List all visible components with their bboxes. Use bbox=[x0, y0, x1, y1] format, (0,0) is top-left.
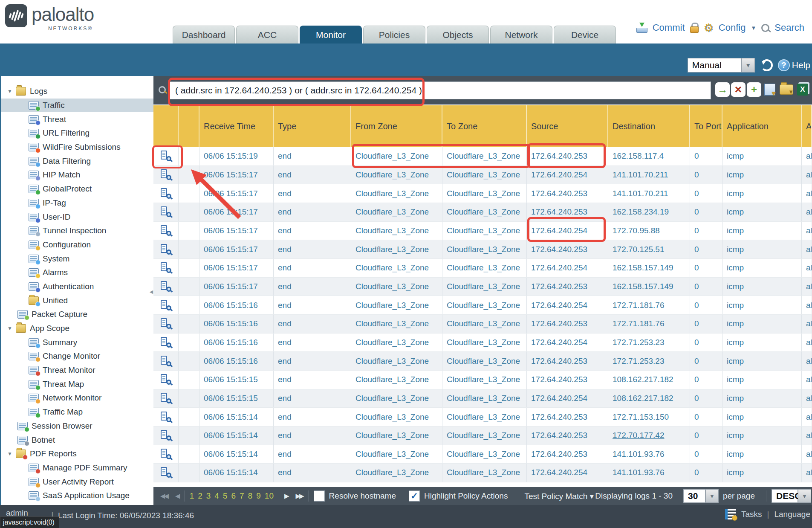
tab-policies[interactable]: Policies bbox=[363, 26, 425, 44]
log-detail-icon[interactable] bbox=[159, 244, 172, 255]
cell-value-to_zone[interactable]: Cloudflare_L3_Zone bbox=[447, 357, 520, 366]
cell-value-from_zone[interactable]: Cloudflare_L3_Zone bbox=[355, 151, 429, 161]
sidebar-item-app-scope[interactable]: ▼App Scope bbox=[1, 322, 153, 336]
tasks-button[interactable]: Tasks bbox=[741, 510, 762, 519]
cell-value-type[interactable]: end bbox=[278, 189, 292, 198]
cell-value-application[interactable]: icmp bbox=[727, 338, 744, 347]
cell-value-to_zone[interactable]: Cloudflare_L3_Zone bbox=[447, 189, 520, 198]
cell-value-receive_time[interactable]: 06/06 15:15:16 bbox=[204, 357, 258, 366]
cell-value-to_zone[interactable]: Cloudflare_L3_Zone bbox=[447, 468, 520, 477]
cell-value-receive_time[interactable]: 06/06 15:15:15 bbox=[204, 375, 258, 384]
cell-value-from_zone[interactable]: Cloudflare_L3_Zone bbox=[355, 375, 429, 384]
column-header-type[interactable]: Type bbox=[274, 105, 351, 147]
cell-value-destination[interactable]: 162.158.234.19 bbox=[613, 207, 669, 217]
cell-value-from_zone[interactable]: Cloudflare_L3_Zone bbox=[355, 301, 429, 310]
cell-value-application[interactable]: icmp bbox=[727, 301, 744, 310]
cell-value-type[interactable]: end bbox=[278, 450, 292, 459]
log-detail-icon[interactable] bbox=[159, 374, 172, 386]
cell-value-to_zone[interactable]: Cloudflare_L3_Zone bbox=[447, 170, 520, 180]
cell-value-to_port[interactable]: 0 bbox=[694, 431, 699, 440]
cell-value-destination[interactable]: 172.71.253.23 bbox=[613, 357, 665, 366]
cell-value-destination[interactable]: 172.70.125.51 bbox=[613, 245, 665, 254]
sidebar-item-user-id[interactable]: User-ID bbox=[1, 210, 153, 224]
log-detail-icon[interactable] bbox=[159, 318, 172, 330]
cell-value-source[interactable]: 172.64.240.253 bbox=[531, 357, 587, 366]
cell-value-from_zone[interactable]: Cloudflare_L3_Zone bbox=[355, 394, 429, 403]
cell-value-application[interactable]: icmp bbox=[727, 357, 744, 366]
cell-value-to_port[interactable]: 0 bbox=[694, 189, 699, 198]
log-detail-icon[interactable] bbox=[159, 355, 172, 367]
cell-value-action[interactable]: al bbox=[806, 245, 812, 254]
cell-value-destination[interactable]: 172.70.95.88 bbox=[613, 226, 660, 235]
save-filter-icon[interactable] bbox=[763, 82, 777, 97]
cell-value-from_zone[interactable]: Cloudflare_L3_Zone bbox=[355, 319, 429, 328]
cell-value-to_zone[interactable]: Cloudflare_L3_Zone bbox=[447, 226, 520, 235]
cell-value-action[interactable]: al bbox=[806, 375, 812, 384]
tab-dashboard[interactable]: Dashboard bbox=[173, 26, 235, 44]
cell-value-source[interactable]: 172.64.240.253 bbox=[531, 375, 587, 384]
page-number-4[interactable]: 4 bbox=[214, 491, 219, 501]
cell-value-action[interactable]: al bbox=[806, 263, 812, 273]
cell-value-from_zone[interactable]: Cloudflare_L3_Zone bbox=[355, 170, 429, 180]
cell-value-action[interactable]: al bbox=[806, 207, 812, 217]
cell-value-to_zone[interactable]: Cloudflare_L3_Zone bbox=[447, 431, 520, 440]
export-csv-icon[interactable]: X bbox=[795, 82, 810, 97]
log-detail-icon[interactable] bbox=[159, 206, 172, 218]
cell-value-destination[interactable]: 141.101.70.211 bbox=[613, 170, 668, 180]
page-number-7[interactable]: 7 bbox=[240, 491, 244, 501]
sidebar-item-botnet[interactable]: Botnet bbox=[1, 433, 153, 447]
cell-value-receive_time[interactable]: 06/06 15:15:16 bbox=[204, 301, 258, 310]
open-filter-icon[interactable] bbox=[779, 82, 794, 97]
page-number-3[interactable]: 3 bbox=[206, 491, 211, 501]
cell-value-type[interactable]: end bbox=[278, 394, 292, 403]
last-page-icon[interactable]: ▶▶ bbox=[296, 492, 303, 500]
help-icon[interactable]: ? bbox=[778, 59, 790, 71]
cell-value-application[interactable]: icmp bbox=[727, 375, 744, 384]
cell-value-type[interactable]: end bbox=[278, 207, 292, 217]
cell-value-application[interactable]: icmp bbox=[727, 151, 744, 161]
sidebar-item-authentication[interactable]: Authentication bbox=[1, 280, 153, 294]
cell-value-destination[interactable]: 162.158.157.149 bbox=[613, 282, 673, 291]
cell-value-to_port[interactable]: 0 bbox=[694, 338, 699, 347]
column-header-application[interactable]: Application bbox=[722, 105, 802, 147]
cell-value-receive_time[interactable]: 06/06 15:15:16 bbox=[204, 338, 258, 347]
cell-value-to_zone[interactable]: Cloudflare_L3_Zone bbox=[447, 207, 520, 217]
sort-order-select[interactable]: DESC bbox=[772, 489, 798, 503]
cell-value-source[interactable]: 172.64.240.253 bbox=[531, 245, 587, 254]
cell-value-application[interactable]: icmp bbox=[727, 412, 744, 422]
cell-value-destination[interactable]: 141.101.70.211 bbox=[613, 189, 668, 198]
page-number-8[interactable]: 8 bbox=[248, 491, 253, 501]
page-number-2[interactable]: 2 bbox=[198, 491, 202, 501]
cell-value-to_port[interactable]: 0 bbox=[694, 282, 699, 291]
sidebar-item-saas-application-usage[interactable]: SaaS Application Usage bbox=[1, 489, 153, 503]
cell-value-application[interactable]: icmp bbox=[727, 468, 744, 477]
refresh-mode-select[interactable]: Manual bbox=[688, 58, 742, 73]
cell-value-receive_time[interactable]: 06/06 15:15:14 bbox=[204, 450, 258, 459]
cell-value-to_zone[interactable]: Cloudflare_L3_Zone bbox=[447, 245, 520, 254]
filter-query-input[interactable] bbox=[170, 81, 711, 99]
cell-value-type[interactable]: end bbox=[278, 301, 292, 310]
sidebar-item-configuration[interactable]: Configuration bbox=[1, 238, 153, 252]
cell-value-type[interactable]: end bbox=[278, 412, 292, 422]
cell-value-from_zone[interactable]: Cloudflare_L3_Zone bbox=[355, 468, 429, 477]
cell-value-action[interactable]: al bbox=[806, 319, 812, 328]
sidebar-item-user-activity-report[interactable]: User Activity Report bbox=[1, 475, 153, 489]
cell-value-action[interactable]: al bbox=[806, 468, 812, 477]
sidebar-item-pdf-reports[interactable]: ▼PDF Reports bbox=[1, 447, 153, 461]
cell-value-source[interactable]: 172.64.240.253 bbox=[531, 450, 587, 459]
cell-value-to_zone[interactable]: Cloudflare_L3_Zone bbox=[447, 151, 520, 161]
cell-value-action[interactable]: al bbox=[806, 282, 812, 291]
sidebar-item-ip-tag[interactable]: IP-Tag bbox=[1, 196, 153, 210]
expand-triangle-icon[interactable]: ▼ bbox=[4, 325, 16, 331]
test-policy-match-menu[interactable]: Test Policy Match ▾ bbox=[524, 491, 594, 501]
cell-value-source[interactable]: 172.64.240.254 bbox=[531, 301, 587, 310]
sidebar-item-packet-capture[interactable]: Packet Capture bbox=[1, 308, 153, 322]
cell-value-source[interactable]: 172.64.240.253 bbox=[531, 189, 587, 198]
cell-value-source[interactable]: 172.64.240.253 bbox=[531, 412, 587, 422]
help-link[interactable]: Help bbox=[792, 60, 810, 70]
log-detail-icon[interactable] bbox=[159, 169, 172, 181]
cell-value-source[interactable]: 172.64.240.254 bbox=[531, 394, 587, 403]
cell-value-destination[interactable]: 162.158.117.4 bbox=[613, 151, 664, 161]
cell-value-source[interactable]: 172.64.240.254 bbox=[531, 468, 587, 477]
cell-value-source[interactable]: 172.64.240.254 bbox=[531, 170, 587, 180]
